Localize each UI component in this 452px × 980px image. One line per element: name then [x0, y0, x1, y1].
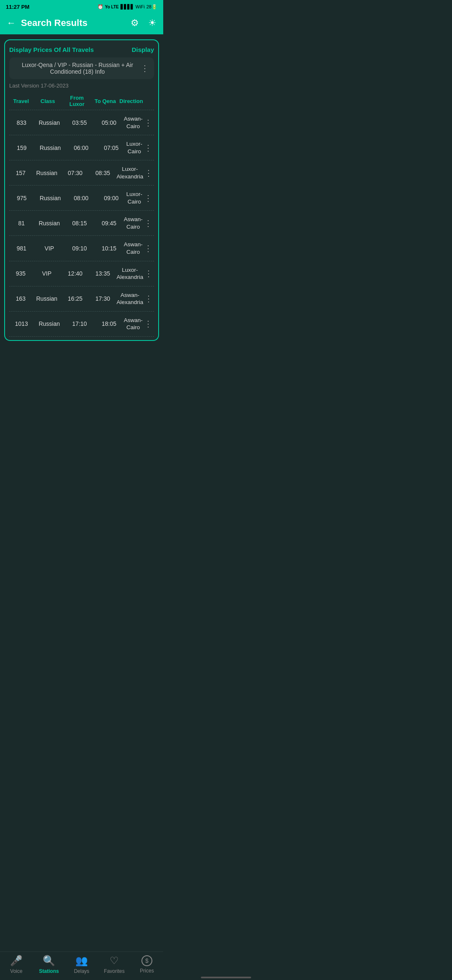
cell-to: 07:05: [96, 144, 126, 151]
col-header-from: From Luxor: [63, 95, 91, 107]
cell-from: 08:15: [65, 220, 94, 227]
cell-class: Russian: [32, 295, 62, 302]
table-row[interactable]: 163 Russian 16:25 17:30 Aswan-Alexandria…: [9, 286, 154, 311]
cell-class: VIP: [34, 245, 65, 252]
display-prices-label: Display Prices Of All Travels: [9, 46, 94, 53]
col-header-direction: Direction: [119, 98, 143, 104]
cell-from: 03:55: [65, 119, 94, 126]
battery-icon: 28🔋: [146, 4, 157, 10]
table-row[interactable]: 81 Russian 08:15 09:45 Aswan-Cairo ⋮: [9, 210, 154, 235]
cell-direction: Luxor-Alexandria: [117, 266, 144, 281]
cell-travel: 163: [9, 295, 32, 302]
cell-class: Russian: [34, 220, 65, 227]
table-row[interactable]: 935 VIP 12:40 13:35 Luxor-Alexandria ⋮: [9, 261, 154, 286]
cell-from: 07:30: [62, 170, 89, 176]
cell-travel: 833: [9, 119, 34, 126]
cell-travel: 975: [9, 195, 34, 201]
version-text: Last Version 17-06-2023: [9, 83, 154, 89]
route-info-row: Luxor-Qena / VIP - Russian - Russian + A…: [9, 57, 154, 79]
cell-travel: 1013: [9, 320, 34, 327]
cell-travel: 81: [9, 220, 34, 227]
row-menu-icon[interactable]: ⋮: [143, 118, 154, 128]
row-menu-icon[interactable]: ⋮: [143, 294, 154, 304]
cell-from: 08:00: [66, 195, 96, 201]
cell-travel: 981: [9, 245, 34, 252]
col-header-to: To Qena: [91, 98, 120, 104]
cell-to: 05:00: [94, 119, 123, 126]
cell-direction: Luxor-Cairo: [126, 140, 142, 155]
settings-icon[interactable]: ⚙: [131, 18, 139, 28]
table-body: 833 Russian 03:55 05:00 Aswan-Cairo ⋮ 15…: [9, 110, 154, 337]
table-row[interactable]: 975 Russian 08:00 09:00 Luxor-Cairo ⋮: [9, 185, 154, 210]
row-menu-icon[interactable]: ⋮: [143, 168, 154, 178]
cell-to: 09:45: [94, 220, 123, 227]
cell-class: Russian: [34, 195, 66, 201]
cell-from: 17:10: [65, 320, 94, 327]
cell-class: Russian: [34, 320, 65, 327]
row-menu-icon[interactable]: ⋮: [142, 193, 154, 203]
cell-travel: 157: [9, 170, 32, 176]
cell-direction: Aswan-Alexandria: [117, 291, 144, 306]
table-row[interactable]: 1013 Russian 17:10 18:05 Aswan-Cairo ⋮: [9, 311, 154, 337]
table-row[interactable]: 833 Russian 03:55 05:00 Aswan-Cairo ⋮: [9, 110, 154, 135]
cell-from: 16:25: [62, 295, 89, 302]
cell-from: 12:40: [62, 270, 89, 277]
alarm-icon: ⏰: [98, 4, 103, 10]
cell-direction: Luxor-Cairo: [126, 191, 142, 205]
status-time: 11:27 PM: [6, 4, 29, 10]
brightness-icon[interactable]: ☀: [148, 18, 157, 28]
page-title: Search Results: [21, 18, 121, 28]
signal-icon: ▋▋▋▋: [121, 4, 134, 10]
cell-direction: Aswan-Cairo: [124, 115, 143, 130]
row-menu-icon[interactable]: ⋮: [142, 143, 154, 153]
col-header-class: Class: [33, 98, 62, 104]
cell-travel: 935: [9, 270, 32, 277]
status-icons: ⏰ Yo LTE ▋▋▋▋ WiFi 28🔋: [98, 4, 157, 10]
cell-direction: Aswan-Cairo: [124, 216, 143, 230]
table-header: Travel Class From Luxor To Qena Directio…: [9, 92, 154, 110]
results-card: Display Prices Of All Travels Display Lu…: [4, 39, 159, 341]
wifi-icon: WiFi: [136, 4, 145, 9]
cell-to: 09:00: [96, 195, 126, 201]
main-content: Display Prices Of All Travels Display Lu…: [0, 34, 163, 346]
header: ← Search Results ⚙ ☀: [0, 13, 163, 34]
row-menu-icon[interactable]: ⋮: [143, 268, 154, 279]
display-button[interactable]: Display: [132, 46, 154, 53]
cell-class: Russian: [32, 170, 62, 176]
cell-travel: 159: [9, 144, 34, 151]
cell-from: 06:00: [66, 144, 96, 151]
cell-class: Russian: [34, 144, 66, 151]
status-bar: 11:27 PM ⏰ Yo LTE ▋▋▋▋ WiFi 28🔋: [0, 0, 163, 13]
table-row[interactable]: 159 Russian 06:00 07:05 Luxor-Cairo ⋮: [9, 135, 154, 160]
route-text: Luxor-Qena / VIP - Russian - Russian + A…: [14, 62, 141, 75]
cell-class: Russian: [34, 119, 65, 126]
back-button[interactable]: ←: [7, 18, 16, 28]
cell-to: 10:15: [94, 245, 123, 252]
cell-to: 17:30: [89, 295, 117, 302]
lte-icon: Yo LTE: [105, 5, 119, 9]
cell-from: 09:10: [65, 245, 94, 252]
col-header-travel: Travel: [9, 98, 33, 104]
row-menu-icon[interactable]: ⋮: [143, 218, 154, 228]
cell-direction: Aswan-Cairo: [124, 317, 143, 331]
cell-to: 08:35: [89, 170, 117, 176]
route-menu-icon[interactable]: ⋮: [141, 63, 149, 73]
cell-to: 18:05: [94, 320, 123, 327]
row-menu-icon[interactable]: ⋮: [143, 243, 154, 253]
display-prices-row: Display Prices Of All Travels Display: [9, 46, 154, 53]
cell-to: 13:35: [89, 270, 117, 277]
cell-class: VIP: [32, 270, 62, 277]
cell-direction: Aswan-Cairo: [124, 241, 143, 255]
table-row[interactable]: 981 VIP 09:10 10:15 Aswan-Cairo ⋮: [9, 235, 154, 260]
cell-direction: Luxor-Alexandria: [117, 165, 144, 180]
table-row[interactable]: 157 Russian 07:30 08:35 Luxor-Alexandria…: [9, 160, 154, 185]
row-menu-icon[interactable]: ⋮: [143, 319, 154, 329]
